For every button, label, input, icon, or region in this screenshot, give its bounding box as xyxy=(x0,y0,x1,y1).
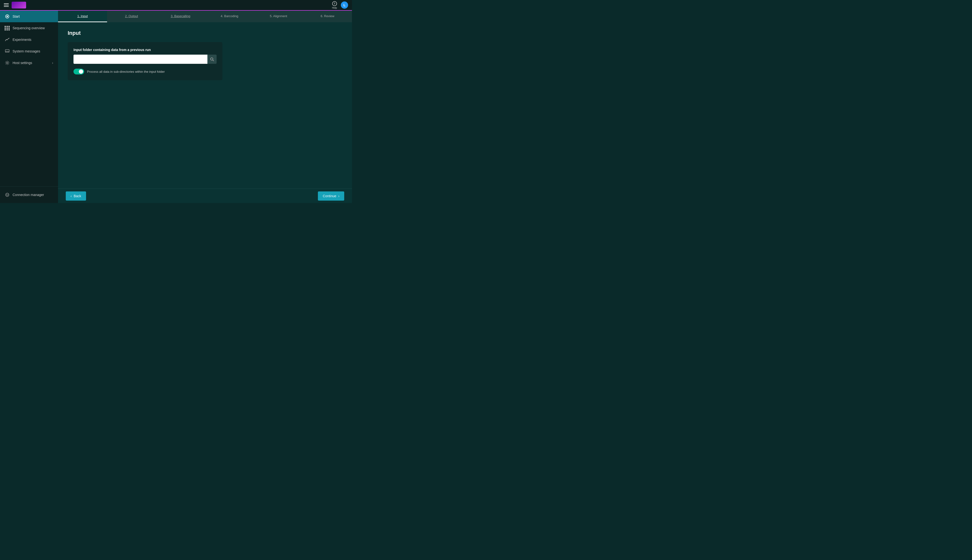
tab-barcoding[interactable]: 4. Barcoding xyxy=(205,11,254,22)
topbar: ? Help L xyxy=(0,0,352,11)
message-icon xyxy=(5,49,10,54)
page-content: Input Input folder containing data from … xyxy=(58,22,352,188)
tab-review[interactable]: 6. Review xyxy=(303,11,352,22)
topbar-left xyxy=(4,2,26,8)
user-avatar[interactable]: L xyxy=(341,2,348,9)
continue-label: Continue xyxy=(323,194,336,198)
sidebar-item-start-label: Start xyxy=(13,15,20,18)
sidebar-item-host-settings-label: Host settings xyxy=(13,61,32,65)
sidebar-item-system-messages[interactable]: System messages xyxy=(0,45,58,57)
toggle-row: Process all data in sub-directories with… xyxy=(73,68,217,75)
tab-basecalling-label: 3. Basecalling xyxy=(171,14,190,18)
svg-point-1 xyxy=(7,16,8,17)
page-title: Input xyxy=(68,30,342,36)
continue-arrow-icon: › xyxy=(338,194,339,198)
help-icon: ? xyxy=(332,1,337,6)
tab-output[interactable]: 2. Output xyxy=(107,11,156,22)
sidebar-item-experiments-label: Experiments xyxy=(13,38,32,42)
sidebar-item-sequencing-overview[interactable]: Sequencing overview xyxy=(0,22,58,34)
content-area: 1. Input 2. Output 3. Basecalling 4. Bar… xyxy=(58,11,352,203)
tab-basecalling[interactable]: 3. Basecalling xyxy=(156,11,205,22)
tab-barcoding-label: 4. Barcoding xyxy=(221,14,238,18)
back-label: Back xyxy=(74,194,81,198)
sidebar-item-connection-manager[interactable]: Connection manager xyxy=(0,189,58,201)
tab-input-label: 1. Input xyxy=(77,14,88,18)
plug-icon xyxy=(5,192,10,197)
topbar-right: ? Help L xyxy=(332,1,348,9)
help-label: Help xyxy=(332,7,337,9)
sidebar-bottom: Connection manager xyxy=(0,186,58,203)
gear-icon xyxy=(5,60,10,65)
tab-alignment[interactable]: 5. Alignment xyxy=(254,11,303,22)
chevron-right-icon: › xyxy=(52,61,53,65)
back-button[interactable]: ‹ Back xyxy=(66,192,86,201)
step-tabs: 1. Input 2. Output 3. Basecalling 4. Bar… xyxy=(58,11,352,22)
browse-button[interactable] xyxy=(207,55,217,64)
input-folder-label: Input folder containing data from a prev… xyxy=(73,48,217,52)
main-layout: Start Sequencing overview xyxy=(0,11,352,203)
sidebar-item-start[interactable]: Start xyxy=(0,11,58,22)
start-icon xyxy=(5,14,10,19)
continue-button[interactable]: Continue › xyxy=(318,192,344,201)
help-button[interactable]: ? Help xyxy=(332,1,337,9)
subdirectory-toggle[interactable] xyxy=(73,68,84,75)
back-arrow-icon: ‹ xyxy=(71,194,72,198)
app-logo xyxy=(12,2,26,8)
hamburger-menu-icon[interactable] xyxy=(4,3,9,7)
sidebar: Start Sequencing overview xyxy=(0,11,58,203)
sidebar-item-connection-manager-label: Connection manager xyxy=(13,193,44,197)
sidebar-top: Start Sequencing overview xyxy=(0,11,58,186)
tab-review-label: 6. Review xyxy=(320,14,334,18)
toggle-label: Process all data in sub-directories with… xyxy=(87,70,165,73)
footer: ‹ Back Continue › xyxy=(58,188,352,203)
sidebar-item-sequencing-overview-label: Sequencing overview xyxy=(13,26,45,30)
input-folder-row xyxy=(73,55,217,64)
trend-icon xyxy=(5,37,10,42)
toggle-slider xyxy=(73,68,84,75)
tab-input[interactable]: 1. Input xyxy=(58,11,107,22)
grid-icon xyxy=(5,26,10,30)
sidebar-item-system-messages-label: System messages xyxy=(13,49,40,53)
sidebar-item-host-settings[interactable]: Host settings › xyxy=(0,57,58,68)
svg-line-8 xyxy=(213,60,214,61)
input-card: Input folder containing data from a prev… xyxy=(68,42,222,80)
sidebar-item-experiments[interactable]: Experiments xyxy=(0,34,58,45)
svg-point-3 xyxy=(7,62,8,63)
folder-path-input[interactable] xyxy=(73,55,207,64)
tab-alignment-label: 5. Alignment xyxy=(270,14,287,18)
tab-output-label: 2. Output xyxy=(125,14,138,18)
svg-point-4 xyxy=(5,193,9,197)
